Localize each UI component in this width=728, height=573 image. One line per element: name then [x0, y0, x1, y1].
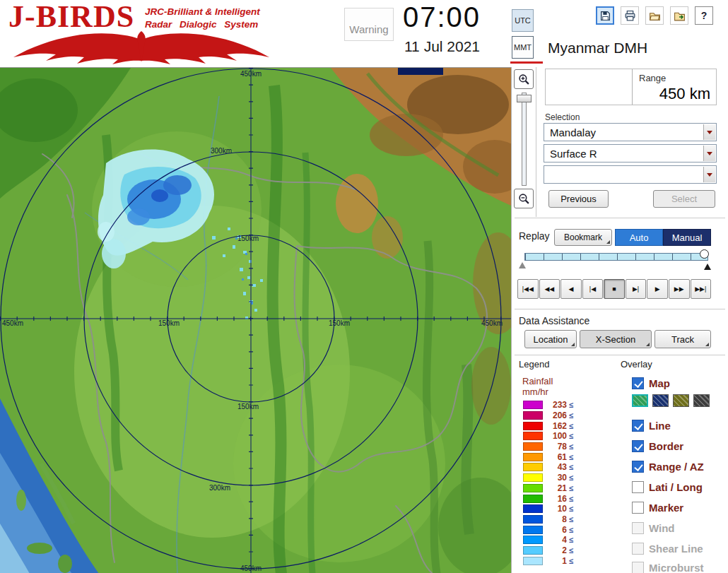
overlay-item-map[interactable]: Map [632, 376, 670, 390]
overlay-item-marker[interactable]: Marker [632, 500, 683, 514]
utc-button[interactable]: UTC [512, 9, 534, 32]
checkbox[interactable] [632, 440, 644, 452]
overlay-item-label: Wind [649, 522, 675, 534]
location-button[interactable]: Location [524, 330, 577, 348]
zoom-slider-thumb[interactable] [517, 95, 532, 102]
overlay-item-label: Line [649, 420, 671, 432]
replay-timeline-slider[interactable] [524, 253, 708, 261]
legend-label: Legend [519, 359, 549, 370]
legend-color-swatch [523, 401, 543, 409]
open-folder-button[interactable] [645, 6, 664, 25]
legend-unit-line1: Rainfall [522, 376, 553, 386]
previous-button[interactable]: Previous [548, 190, 609, 208]
divider [515, 218, 725, 218]
radar-map[interactable]: 450km 300km 150km 150km 300km 450km 450k… [0, 67, 511, 573]
legend-lte: ≤ [569, 422, 573, 430]
checkbox [632, 522, 644, 534]
map-style-navy[interactable] [652, 394, 669, 407]
legend-lte: ≤ [569, 526, 573, 534]
legend-lte: ≤ [569, 515, 573, 524]
legend-color-swatch [523, 422, 543, 430]
range-label: 150km [329, 319, 350, 327]
play-button[interactable]: ▶ [647, 279, 668, 299]
map-style-swatches [632, 394, 710, 407]
product-dropdown[interactable]: Surface R [544, 144, 717, 163]
legend-row: 206≤ [523, 410, 573, 421]
checkbox[interactable] [632, 420, 644, 432]
site-dropdown-value: Mandalay [550, 126, 596, 138]
playback-controls: |◀◀ ◀◀ ◀ |◀ ■ ▶| ▶ ▶▶ ▶▶| [517, 279, 711, 299]
zoom-in-button[interactable] [514, 69, 534, 89]
manual-button[interactable]: Manual [663, 229, 711, 246]
checkbox[interactable] [632, 481, 644, 493]
dropdown-button[interactable] [703, 167, 715, 182]
legend-color-swatch [523, 432, 543, 440]
fast-forward-button[interactable]: ▶▶ [669, 279, 690, 299]
overlay-item-border[interactable]: Border [632, 439, 683, 453]
clock-date: 11 Jul 2021 [404, 38, 480, 55]
dropdown-button[interactable] [703, 146, 715, 161]
range-label: 300km [209, 484, 230, 492]
range-label: 450km [240, 70, 262, 78]
map-style-olive[interactable] [673, 394, 689, 407]
legend-row: 2≤ [523, 545, 573, 556]
mmt-button[interactable]: MMT [512, 36, 534, 59]
legend-value: 78 [546, 442, 567, 451]
overlay-item-line[interactable]: Line [632, 418, 671, 432]
bookmark-button[interactable]: Bookmark [554, 229, 612, 246]
map-style-green[interactable] [632, 394, 648, 407]
x-section-button[interactable]: X-Section [580, 330, 652, 348]
legend-row: 100≤ [523, 431, 573, 442]
overlay-item-range-az[interactable]: Range / AZ [632, 459, 704, 473]
skip-to-end-button[interactable]: ▶▶| [691, 279, 712, 299]
checkbox [632, 543, 644, 555]
auto-button[interactable]: Auto [615, 229, 663, 246]
control-panel: Range 450 km Selection Mandalay Surface … [511, 67, 728, 573]
save-icon [599, 10, 611, 22]
checkbox[interactable] [632, 377, 644, 389]
stop-button[interactable]: ■ [604, 279, 625, 299]
legend-row: 4≤ [523, 535, 573, 545]
skip-to-start-button[interactable]: |◀◀ [517, 279, 539, 299]
save-button[interactable] [596, 6, 614, 25]
legend-color-swatch [523, 546, 543, 555]
timeline-handle[interactable] [700, 249, 709, 259]
dropdown-button[interactable] [703, 124, 715, 140]
legend-lte: ≤ [569, 473, 573, 482]
play-reverse-button[interactable]: ◀ [560, 279, 582, 299]
step-back-button[interactable]: |◀ [582, 279, 604, 299]
legend-value: 233 [546, 400, 567, 410]
overlay-item-lati-long[interactable]: Lati / Long [632, 480, 703, 494]
option-dropdown[interactable] [544, 165, 717, 184]
divider [632, 69, 633, 105]
help-button[interactable]: ? [695, 6, 713, 25]
legend-row: 61≤ [523, 451, 573, 462]
clock-time: 07:00 [403, 1, 481, 33]
warning-label: Warning [349, 23, 388, 35]
legend-color-swatch [523, 463, 543, 471]
site-dropdown[interactable]: Mandalay [544, 123, 717, 141]
map-style-gray[interactable] [693, 394, 710, 407]
legend-row: 1≤ [523, 555, 573, 566]
rainfall-legend: 233≤ 206≤ 162≤ 100≤ 78≤ 61≤ 43≤ 30≤ 21≤ … [523, 400, 573, 566]
map-top-bar [398, 68, 443, 75]
logo-title: J-BIRDS [8, 0, 134, 34]
step-forward-button[interactable]: ▶| [626, 279, 647, 299]
range-label: 450km [481, 319, 503, 327]
zoom-out-button[interactable] [514, 189, 534, 208]
export-button[interactable] [670, 6, 688, 25]
overlay-item-label: Microburst [649, 562, 704, 573]
timeline-position-marker[interactable] [704, 264, 711, 270]
select-button[interactable]: Select [653, 190, 715, 208]
fast-rewind-button[interactable]: ◀◀ [539, 279, 560, 299]
overlay-item-label: Shear Line [649, 543, 703, 555]
track-button[interactable]: Track [654, 330, 711, 348]
legend-lte: ≤ [569, 484, 573, 492]
print-button[interactable] [621, 6, 639, 25]
legend-color-swatch [523, 536, 543, 544]
zoom-slider[interactable] [522, 93, 527, 186]
range-label: 450km [240, 565, 262, 572]
checkbox[interactable] [632, 502, 644, 514]
timeline-start-marker [519, 262, 526, 268]
checkbox[interactable] [632, 461, 644, 473]
